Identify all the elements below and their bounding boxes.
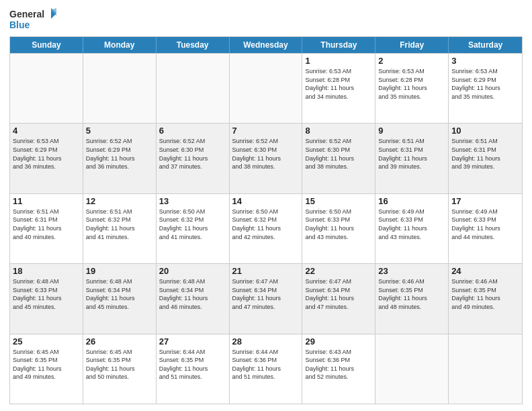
- cal-cell: 17Sunrise: 6:49 AM Sunset: 6:33 PM Dayli…: [449, 194, 522, 263]
- day-info: Sunrise: 6:45 AM Sunset: 6:35 PM Dayligh…: [13, 348, 80, 381]
- day-info: Sunrise: 6:50 AM Sunset: 6:33 PM Dayligh…: [305, 208, 372, 241]
- calendar-header-row: SundayMondayTuesdayWednesdayThursdayFrid…: [10, 37, 522, 53]
- day-info: Sunrise: 6:46 AM Sunset: 6:35 PM Dayligh…: [378, 277, 445, 311]
- day-number: 22: [305, 266, 372, 276]
- day-number: 4: [13, 126, 80, 136]
- cal-cell: 28Sunrise: 6:44 AM Sunset: 6:36 PM Dayli…: [230, 334, 303, 404]
- cal-cell: [449, 334, 522, 404]
- cal-header-wednesday: Wednesday: [230, 37, 303, 53]
- day-number: 16: [378, 196, 445, 206]
- cal-row-1: 4Sunrise: 6:53 AM Sunset: 6:29 PM Daylig…: [10, 123, 522, 193]
- day-number: 24: [451, 266, 519, 276]
- day-number: 20: [159, 266, 226, 276]
- day-number: 5: [86, 126, 153, 136]
- cal-cell: 27Sunrise: 6:44 AM Sunset: 6:35 PM Dayli…: [157, 334, 230, 404]
- day-info: Sunrise: 6:49 AM Sunset: 6:33 PM Dayligh…: [451, 208, 519, 241]
- cal-row-2: 11Sunrise: 6:51 AM Sunset: 6:31 PM Dayli…: [10, 193, 522, 263]
- day-info: Sunrise: 6:46 AM Sunset: 6:35 PM Dayligh…: [451, 277, 519, 311]
- cal-header-friday: Friday: [375, 37, 449, 53]
- logo-svg: General Blue: [9, 7, 56, 32]
- day-number: 13: [159, 196, 226, 206]
- day-info: Sunrise: 6:52 AM Sunset: 6:30 PM Dayligh…: [232, 137, 300, 171]
- cal-cell: 3Sunrise: 6:53 AM Sunset: 6:29 PM Daylig…: [449, 54, 522, 123]
- day-info: Sunrise: 6:48 AM Sunset: 6:34 PM Dayligh…: [86, 277, 153, 311]
- calendar: SundayMondayTuesdayWednesdayThursdayFrid…: [9, 36, 523, 404]
- day-info: Sunrise: 6:44 AM Sunset: 6:35 PM Dayligh…: [159, 348, 226, 381]
- day-info: Sunrise: 6:52 AM Sunset: 6:30 PM Dayligh…: [159, 137, 226, 171]
- day-number: 25: [13, 336, 80, 347]
- day-info: Sunrise: 6:53 AM Sunset: 6:29 PM Dayligh…: [13, 137, 80, 171]
- day-info: Sunrise: 6:43 AM Sunset: 6:36 PM Dayligh…: [305, 348, 372, 381]
- cal-cell: 25Sunrise: 6:45 AM Sunset: 6:35 PM Dayli…: [10, 334, 83, 404]
- day-info: Sunrise: 6:50 AM Sunset: 6:32 PM Dayligh…: [232, 208, 300, 241]
- day-number: 3: [451, 56, 519, 66]
- day-info: Sunrise: 6:44 AM Sunset: 6:36 PM Dayligh…: [232, 348, 300, 381]
- cal-cell: [375, 334, 449, 404]
- cal-cell: 4Sunrise: 6:53 AM Sunset: 6:29 PM Daylig…: [10, 124, 83, 193]
- day-number: 18: [13, 266, 80, 276]
- day-info: Sunrise: 6:51 AM Sunset: 6:32 PM Dayligh…: [86, 208, 153, 241]
- svg-text:General: General: [9, 9, 44, 19]
- day-info: Sunrise: 6:53 AM Sunset: 6:28 PM Dayligh…: [378, 67, 445, 101]
- cal-row-4: 25Sunrise: 6:45 AM Sunset: 6:35 PM Dayli…: [10, 334, 522, 404]
- day-info: Sunrise: 6:51 AM Sunset: 6:31 PM Dayligh…: [378, 137, 445, 171]
- cal-cell: 8Sunrise: 6:52 AM Sunset: 6:30 PM Daylig…: [302, 124, 375, 193]
- cal-cell: 9Sunrise: 6:51 AM Sunset: 6:31 PM Daylig…: [375, 124, 449, 193]
- day-info: Sunrise: 6:45 AM Sunset: 6:35 PM Dayligh…: [86, 348, 153, 381]
- day-info: Sunrise: 6:47 AM Sunset: 6:34 PM Dayligh…: [305, 277, 372, 311]
- cal-cell: 18Sunrise: 6:48 AM Sunset: 6:33 PM Dayli…: [10, 264, 83, 333]
- cal-cell: 2Sunrise: 6:53 AM Sunset: 6:28 PM Daylig…: [375, 54, 449, 123]
- cal-header-tuesday: Tuesday: [157, 37, 230, 53]
- cal-cell: 13Sunrise: 6:50 AM Sunset: 6:32 PM Dayli…: [157, 194, 230, 263]
- day-number: 2: [378, 56, 445, 66]
- cal-cell: 5Sunrise: 6:52 AM Sunset: 6:29 PM Daylig…: [83, 124, 157, 193]
- day-info: Sunrise: 6:52 AM Sunset: 6:29 PM Dayligh…: [86, 137, 153, 171]
- cal-cell: 1Sunrise: 6:53 AM Sunset: 6:28 PM Daylig…: [302, 54, 375, 123]
- day-info: Sunrise: 6:53 AM Sunset: 6:29 PM Dayligh…: [451, 67, 519, 101]
- cal-cell: [83, 54, 157, 123]
- day-number: 23: [378, 266, 445, 276]
- cal-cell: 10Sunrise: 6:51 AM Sunset: 6:31 PM Dayli…: [449, 124, 522, 193]
- day-number: 17: [451, 196, 519, 206]
- cal-row-3: 18Sunrise: 6:48 AM Sunset: 6:33 PM Dayli…: [10, 263, 522, 333]
- day-info: Sunrise: 6:52 AM Sunset: 6:30 PM Dayligh…: [305, 137, 372, 171]
- cal-header-thursday: Thursday: [302, 37, 375, 53]
- day-number: 7: [232, 126, 300, 136]
- day-info: Sunrise: 6:47 AM Sunset: 6:34 PM Dayligh…: [232, 277, 300, 311]
- cal-cell: 14Sunrise: 6:50 AM Sunset: 6:32 PM Dayli…: [230, 194, 303, 263]
- cal-cell: [10, 54, 83, 123]
- cal-cell: 22Sunrise: 6:47 AM Sunset: 6:34 PM Dayli…: [302, 264, 375, 333]
- day-info: Sunrise: 6:48 AM Sunset: 6:34 PM Dayligh…: [159, 277, 226, 311]
- cal-cell: 29Sunrise: 6:43 AM Sunset: 6:36 PM Dayli…: [302, 334, 375, 404]
- cal-cell: [230, 54, 303, 123]
- day-number: 15: [305, 196, 372, 206]
- svg-text:Blue: Blue: [9, 19, 30, 30]
- cal-cell: 21Sunrise: 6:47 AM Sunset: 6:34 PM Dayli…: [230, 264, 303, 333]
- cal-cell: [157, 54, 230, 123]
- day-info: Sunrise: 6:51 AM Sunset: 6:31 PM Dayligh…: [13, 208, 80, 241]
- day-info: Sunrise: 6:51 AM Sunset: 6:31 PM Dayligh…: [451, 137, 519, 171]
- day-number: 21: [232, 266, 300, 276]
- day-info: Sunrise: 6:48 AM Sunset: 6:33 PM Dayligh…: [13, 277, 80, 311]
- cal-cell: 20Sunrise: 6:48 AM Sunset: 6:34 PM Dayli…: [157, 264, 230, 333]
- cal-header-sunday: Sunday: [10, 37, 83, 53]
- day-info: Sunrise: 6:53 AM Sunset: 6:28 PM Dayligh…: [305, 67, 372, 101]
- cal-cell: 11Sunrise: 6:51 AM Sunset: 6:31 PM Dayli…: [10, 194, 83, 263]
- day-number: 6: [159, 126, 226, 136]
- day-number: 8: [305, 126, 372, 136]
- day-number: 1: [305, 56, 372, 66]
- cal-cell: 12Sunrise: 6:51 AM Sunset: 6:32 PM Dayli…: [83, 194, 157, 263]
- logo: General Blue: [9, 7, 56, 32]
- day-info: Sunrise: 6:49 AM Sunset: 6:33 PM Dayligh…: [378, 208, 445, 241]
- cal-cell: 7Sunrise: 6:52 AM Sunset: 6:30 PM Daylig…: [230, 124, 303, 193]
- day-number: 27: [159, 336, 226, 347]
- cal-cell: 19Sunrise: 6:48 AM Sunset: 6:34 PM Dayli…: [83, 264, 157, 333]
- cal-row-0: 1Sunrise: 6:53 AM Sunset: 6:28 PM Daylig…: [10, 53, 522, 123]
- cal-cell: 23Sunrise: 6:46 AM Sunset: 6:35 PM Dayli…: [375, 264, 449, 333]
- day-number: 14: [232, 196, 300, 206]
- day-number: 11: [13, 196, 80, 206]
- day-number: 29: [305, 336, 372, 347]
- day-number: 26: [86, 336, 153, 347]
- cal-header-saturday: Saturday: [449, 37, 522, 53]
- day-number: 19: [86, 266, 153, 276]
